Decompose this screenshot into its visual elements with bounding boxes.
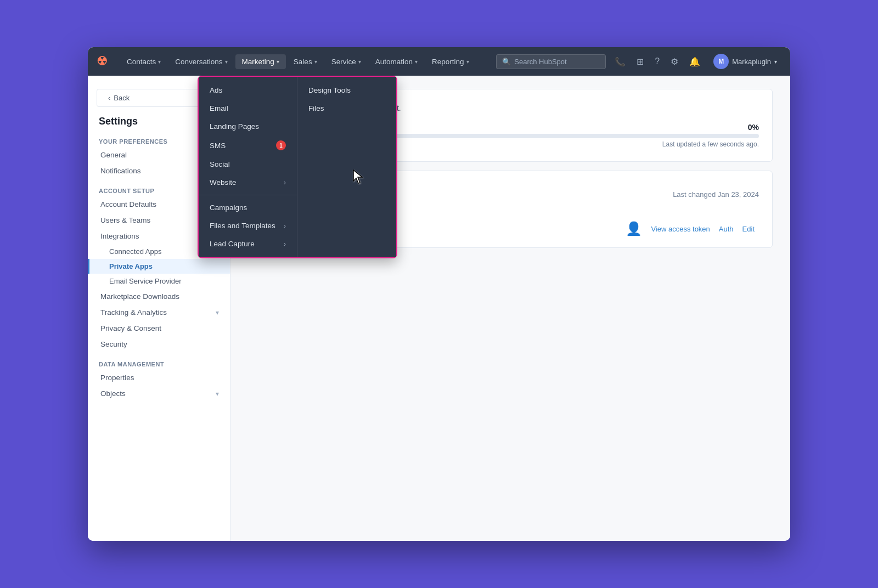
sidebar-item-account-defaults[interactable]: Account Defaults — [88, 196, 230, 212]
search-bar[interactable]: 🔍 — [496, 54, 606, 69]
sidebar-item-email-service-provider[interactable]: Email Service Provider — [88, 274, 230, 289]
app-name: marka_plugin — [292, 189, 350, 199]
notifications-icon[interactable]: 🔔 — [687, 54, 702, 69]
chevron-down-icon: ▾ — [216, 390, 219, 398]
chevron-down-icon: ▾ — [225, 59, 228, 65]
section-title-preferences: Your Preferences — [88, 134, 230, 147]
sidebar-item-security[interactable]: Security — [88, 336, 230, 352]
top-navigation: ☢ Contacts ▾ Conversations ▾ Marketing ▾… — [88, 47, 790, 76]
chevron-down-icon: ▾ — [415, 59, 418, 65]
back-arrow-icon: ‹ — [108, 94, 110, 102]
chevron-down-icon: ▾ — [358, 59, 361, 65]
sidebar-item-integrations[interactable]: Integrations ▾ — [88, 228, 230, 244]
sidebar-item-marketplace-downloads[interactable]: Marketplace Downloads — [88, 289, 230, 304]
progress-bar-background — [262, 134, 759, 138]
avatar: M — [713, 54, 729, 69]
sidebar-item-privacy-consent[interactable]: Privacy & Consent — [88, 320, 230, 336]
sidebar-item-private-apps[interactable]: Private Apps — [88, 259, 230, 274]
progress-header: 0% — [262, 123, 759, 132]
api-description: make API calls to your HubSpot account. — [262, 103, 759, 114]
main-content: ‹ Back Settings 🔍 Your Preferences Gener… — [88, 76, 790, 541]
view-access-token-link[interactable]: View access token — [651, 225, 710, 233]
nav-conversations[interactable]: Conversations ▾ — [168, 54, 234, 69]
sidebar-section-account-setup: Account Setup Account Defaults Users & T… — [88, 183, 230, 352]
app-calls-count: 0 calls today — [292, 227, 332, 235]
sidebar-section-data-management: Data Management Properties Objects ▾ — [88, 357, 230, 402]
nav-items: Contacts ▾ Conversations ▾ Marketing ▾ S… — [120, 54, 496, 69]
app-icon: mp — [262, 182, 286, 206]
chevron-down-icon: ▾ — [774, 59, 777, 65]
chevron-down-icon: ▾ — [466, 59, 469, 65]
help-icon[interactable]: ? — [652, 54, 662, 69]
app-info: mp marka_plugin — [262, 182, 350, 206]
nav-service[interactable]: Service ▾ — [325, 54, 368, 69]
auth-link[interactable]: Auth — [719, 225, 734, 233]
sidebar-item-connected-apps[interactable]: Connected Apps — [88, 244, 230, 259]
sidebar-item-tracking-analytics[interactable]: Tracking & Analytics ▾ — [88, 304, 230, 320]
sidebar-section-preferences: Your Preferences General Notifications — [88, 134, 230, 179]
chevron-down-icon: ▾ — [314, 59, 317, 65]
page-title: Settings — [99, 116, 138, 127]
section-title-data-management: Data Management — [88, 357, 230, 370]
nav-right-section: 🔍 📞 ⊞ ? ⚙ 🔔 M Markaplugin ▾ — [496, 52, 781, 71]
settings-icon[interactable]: ⚙ — [668, 54, 680, 69]
sidebar-item-objects[interactable]: Objects ▾ — [88, 386, 230, 402]
back-button[interactable]: ‹ Back — [97, 89, 221, 107]
hubspot-logo: ☢ — [97, 54, 107, 69]
nav-sales[interactable]: Sales ▾ — [287, 54, 324, 69]
marketplace-icon[interactable]: ⊞ — [634, 54, 646, 69]
chevron-down-icon: ▾ — [158, 59, 161, 65]
app-card-header: mp marka_plugin Last changed Jan 23, 202… — [262, 182, 759, 206]
chevron-down-icon: ▾ — [277, 59, 279, 65]
progress-updated-text: Last updated a few seconds ago. — [262, 140, 759, 148]
app-card: mp marka_plugin Last changed Jan 23, 202… — [248, 171, 773, 248]
section-title-account-setup: Account Setup — [88, 183, 230, 196]
nav-reporting[interactable]: Reporting ▾ — [425, 54, 476, 69]
edit-link[interactable]: Edit — [742, 225, 755, 233]
nav-automation[interactable]: Automation ▾ — [369, 54, 424, 69]
api-info-card: make API calls to your HubSpot account. … — [248, 89, 773, 162]
sidebar-item-notifications[interactable]: Notifications — [88, 163, 230, 179]
user-menu[interactable]: M Markaplugin ▾ — [709, 52, 781, 71]
search-input[interactable] — [514, 58, 600, 66]
search-icon[interactable]: 🔍 — [208, 116, 219, 127]
sidebar-item-general[interactable]: General — [88, 147, 230, 163]
sidebar: ‹ Back Settings 🔍 Your Preferences Gener… — [88, 76, 230, 541]
search-icon: 🔍 — [502, 58, 511, 66]
sidebar-item-properties[interactable]: Properties — [88, 370, 230, 386]
chevron-down-icon: ▾ — [216, 309, 219, 316]
chevron-down-icon: ▾ — [216, 233, 219, 240]
page-content: make API calls to your HubSpot account. … — [230, 76, 790, 541]
settings-header: Settings 🔍 — [88, 116, 230, 134]
progress-section: 0% Last updated a few seconds ago. — [262, 123, 759, 148]
user-avatar-placeholder: 👤 — [626, 221, 642, 236]
sidebar-item-users-teams[interactable]: Users & Teams — [88, 212, 230, 228]
nav-marketing[interactable]: Marketing ▾ — [235, 54, 286, 69]
progress-percent: 0% — [748, 123, 759, 132]
app-description: No description — [292, 211, 759, 219]
nav-contacts[interactable]: Contacts ▾ — [120, 54, 167, 69]
app-last-changed: Last changed Jan 23, 2024 — [673, 190, 759, 199]
phone-icon[interactable]: 📞 — [612, 54, 628, 69]
